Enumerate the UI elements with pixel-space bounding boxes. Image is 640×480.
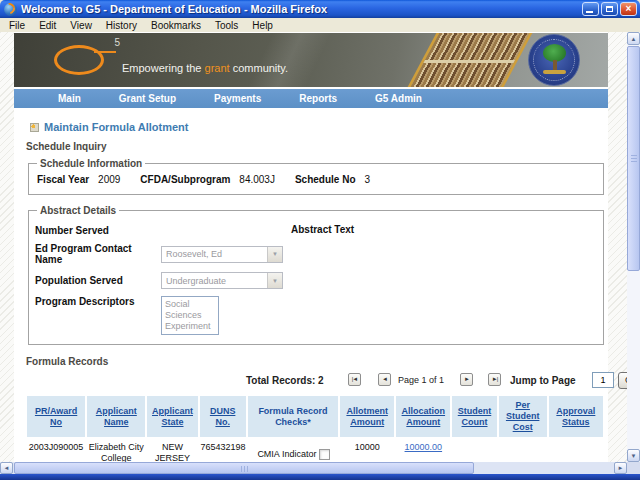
col-header-link[interactable]: Approval Status xyxy=(556,406,595,427)
scrollbar-grip-icon xyxy=(631,155,637,163)
menu-item-tools[interactable]: Tools xyxy=(208,20,245,31)
menu-item-bookmarks[interactable]: Bookmarks xyxy=(144,20,208,31)
menu-item-history[interactable]: History xyxy=(99,20,144,31)
menu-item-view[interactable]: View xyxy=(63,20,99,31)
cell-allocation-amount: 10000.00 xyxy=(396,439,450,462)
cfda-subprogram-label: CFDA/Subprogram xyxy=(140,174,230,185)
banner-tagline: Empowering the grant community. xyxy=(122,62,288,74)
next-page-button[interactable]: ► xyxy=(460,373,473,386)
descriptor-option[interactable]: Social Sciences xyxy=(165,299,215,321)
restore-button[interactable] xyxy=(601,2,618,16)
allocation-amount-link[interactable]: 10000.00 xyxy=(405,442,443,452)
pagination-bar: Total Records: 2 |◄ ◄ Page 1 of 1 ► ►| J… xyxy=(26,370,606,392)
menu-item-help[interactable]: Help xyxy=(245,20,280,31)
scroll-up-button[interactable]: ▲ xyxy=(627,32,640,45)
scroll-right-button[interactable]: ► xyxy=(614,462,627,474)
col-header-link[interactable]: PR/Award No xyxy=(35,406,77,427)
nav-item-reports[interactable]: Reports xyxy=(299,93,337,104)
cfda-subprogram-value: 84.003J xyxy=(239,174,275,185)
nav-item-grant-setup[interactable]: Grant Setup xyxy=(119,93,176,104)
scrollbar-corner xyxy=(627,462,640,474)
nav-item-g5-admin[interactable]: G5 Admin xyxy=(375,93,422,104)
horizontal-scrollbar[interactable]: ◄ ► xyxy=(0,462,627,474)
vertical-scrollbar-thumb[interactable] xyxy=(627,46,640,271)
cmia-indicator-label: CMIA Indicator xyxy=(249,449,319,460)
close-button[interactable]: × xyxy=(620,2,637,16)
nav-item-main[interactable]: Main xyxy=(58,93,81,104)
page-viewport: 5 Empowering the grant community. Main G… xyxy=(0,32,627,462)
page-of-label: Page 1 of 1 xyxy=(396,375,446,385)
seal-trunk xyxy=(553,60,557,70)
col-header-applicant-name[interactable]: Applicant Name xyxy=(87,396,145,437)
g5-banner: 5 Empowering the grant community. xyxy=(14,33,608,87)
col-header-student-count[interactable]: Student Count xyxy=(452,396,496,437)
go-button[interactable]: Go xyxy=(618,372,627,389)
cmia-indicator-checkbox[interactable] xyxy=(319,449,330,460)
main-navbar: Main Grant Setup Payments Reports G5 Adm… xyxy=(14,89,608,108)
formula-records-label: Formula Records xyxy=(26,356,606,367)
fiscal-year-field: Fiscal Year 2009 xyxy=(37,174,120,185)
bookshelf-board xyxy=(423,60,515,63)
tagline-post: community. xyxy=(230,62,288,74)
menu-item-file[interactable]: File xyxy=(2,20,32,31)
prev-page-button[interactable]: ◄ xyxy=(378,373,391,386)
jump-to-page-input[interactable] xyxy=(592,372,614,388)
col-header-link[interactable]: Student Count xyxy=(458,406,492,427)
col-header-link[interactable]: Applicant Name xyxy=(96,406,137,427)
menubar: File Edit View History Bookmarks Tools H… xyxy=(0,18,640,32)
contact-name-select[interactable]: Roosevelt, Ed ▼ xyxy=(161,246,283,263)
browser-window: Welcome to G5 - Department of Education … xyxy=(0,0,640,480)
dept-of-education-seal xyxy=(528,34,580,86)
col-header-link[interactable]: Applicant State xyxy=(152,406,193,427)
col-header-approval-status[interactable]: Approval Status xyxy=(549,396,603,437)
col-header-link[interactable]: Allocation Amount xyxy=(402,406,446,427)
total-records-label: Total Records: 2 xyxy=(246,375,324,386)
schedule-no-value: 3 xyxy=(365,174,371,185)
schedule-information-fieldset: Schedule Information Fiscal Year 2009 CF… xyxy=(28,158,604,195)
firefox-icon xyxy=(4,3,17,16)
col-header-per-student-cost[interactable]: Per Student Cost xyxy=(499,396,547,437)
nav-item-payments[interactable]: Payments xyxy=(214,93,261,104)
col-header-applicant-state[interactable]: Applicant State xyxy=(147,396,197,437)
vertical-scrollbar[interactable]: ▲ ▼ xyxy=(627,32,640,462)
abstract-text-label: Abstract Text xyxy=(291,224,354,235)
col-header-allocation-amount[interactable]: Allocation Amount xyxy=(396,396,450,437)
last-page-button[interactable]: ►| xyxy=(488,373,501,386)
jump-to-page-label: Jump to Page xyxy=(510,375,576,386)
cell-duns-no: 765432198 xyxy=(200,439,246,462)
scroll-down-button[interactable]: ▼ xyxy=(627,449,640,462)
program-descriptors-listbox[interactable]: Social Sciences Experiment xyxy=(161,296,219,335)
abstract-details-fieldset: Abstract Details Abstract Text Number Se… xyxy=(28,205,604,345)
g5-logo: 5 xyxy=(54,41,108,77)
window-title: Welcome to G5 - Department of Education … xyxy=(21,3,580,15)
col-header-link[interactable]: Allotment Amount xyxy=(346,406,388,427)
cell-allotment-amount: 10000 xyxy=(340,439,394,462)
cell-applicant-state: NEW JERSEY xyxy=(147,439,197,462)
descriptor-option[interactable]: Experiment xyxy=(165,321,215,332)
schedule-no-label: Schedule No xyxy=(295,174,356,185)
minimize-button[interactable] xyxy=(582,2,599,16)
titlebar[interactable]: Welcome to G5 - Department of Education … xyxy=(0,0,640,18)
col-header-link[interactable]: DUNS No. xyxy=(210,406,236,427)
population-served-select[interactable]: Undergraduate ▼ xyxy=(161,272,283,289)
tagline-pre: Empowering the xyxy=(122,62,205,74)
horizontal-scrollbar-thumb[interactable] xyxy=(14,462,474,474)
col-header-duns-no[interactable]: DUNS No. xyxy=(200,396,246,437)
col-header-link[interactable]: Per Student Cost xyxy=(506,400,540,432)
contact-name-row: Ed Program Contact Name Roosevelt, Ed ▼ xyxy=(35,243,597,265)
minimize-icon xyxy=(586,11,593,13)
first-page-button[interactable]: |◄ xyxy=(348,373,361,386)
abstract-details-legend: Abstract Details xyxy=(37,205,119,216)
col-header-pr-award-no[interactable]: PR/Award No xyxy=(27,396,85,437)
scroll-left-button[interactable]: ◄ xyxy=(0,462,13,474)
chevron-down-icon: ▼ xyxy=(267,247,282,262)
bullet-icon xyxy=(30,123,39,132)
firefox-swirl xyxy=(2,0,17,15)
page-content: Maintain Formula Allotment Schedule Inqu… xyxy=(14,121,608,462)
menu-item-edit[interactable]: Edit xyxy=(32,20,63,31)
g5-logo-bar xyxy=(94,51,116,53)
chevron-down-icon: ▼ xyxy=(267,273,282,288)
g5-logo-five: 5 xyxy=(114,37,120,48)
col-header-allotment-amount[interactable]: Allotment Amount xyxy=(340,396,394,437)
cell-approval-status xyxy=(549,439,603,462)
